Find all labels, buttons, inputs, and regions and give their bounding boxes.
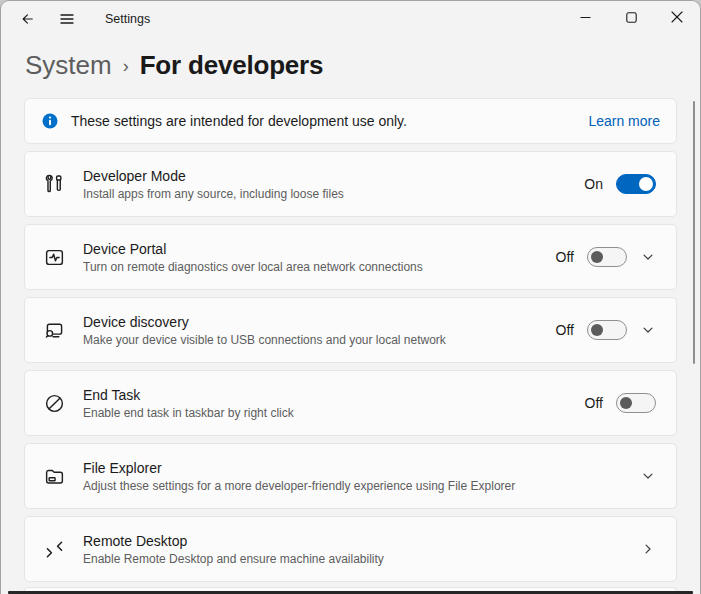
settings-window: Settings System › For developers: [0, 0, 701, 594]
back-arrow-icon: [20, 12, 34, 26]
settings-row[interactable]: Device Portal Turn on remote diagnostics…: [24, 224, 677, 290]
row-title: Device discovery: [83, 314, 446, 330]
toggle-state-label: On: [584, 176, 603, 192]
remote-desktop-icon: [42, 537, 66, 561]
row-subtitle: Enable end task in taskbar by right clic…: [83, 406, 294, 420]
window-title: Settings: [105, 12, 150, 26]
navigation-menu-button[interactable]: [49, 4, 85, 34]
row-title: Developer Mode: [83, 168, 344, 184]
page-title: For developers: [140, 50, 324, 81]
caption-controls: [562, 1, 700, 35]
titlebar: Settings: [1, 1, 700, 37]
minimize-icon: [580, 11, 591, 26]
settings-row[interactable]: Developer Mode Install apps from any sou…: [24, 151, 677, 217]
row-title: Remote Desktop: [83, 533, 384, 549]
row-subtitle: Adjust these settings for a more develop…: [83, 479, 515, 493]
row-title: File Explorer: [83, 460, 515, 476]
settings-rows: Developer Mode Install apps from any sou…: [24, 151, 677, 582]
toggle-switch[interactable]: [587, 320, 627, 340]
settings-row[interactable]: File Explorer Adjust these settings for …: [24, 443, 677, 509]
close-icon: [671, 11, 683, 26]
row-title: End Task: [83, 387, 294, 403]
maximize-button[interactable]: [608, 1, 654, 35]
close-button[interactable]: [654, 1, 700, 35]
file-explorer-icon: [42, 464, 66, 488]
toggle-state-label: Off: [556, 249, 574, 265]
chevron-down-icon[interactable]: [640, 468, 656, 484]
settings-row[interactable]: Remote Desktop Enable Remote Desktop and…: [24, 516, 677, 582]
breadcrumb-system-link[interactable]: System: [25, 50, 112, 81]
settings-content: These settings are intended for developm…: [1, 98, 700, 582]
end-task-icon: [42, 391, 66, 415]
row-title: Device Portal: [83, 241, 423, 257]
vertical-scrollbar[interactable]: [693, 101, 696, 364]
row-subtitle: Enable Remote Desktop and ensure machine…: [83, 552, 384, 566]
toggle-switch[interactable]: [616, 174, 656, 194]
row-subtitle: Turn on remote diagnostics over local ar…: [83, 260, 423, 274]
toggle-switch[interactable]: [616, 393, 656, 413]
device-discovery-icon: [42, 318, 66, 342]
breadcrumb-separator-icon: ›: [123, 56, 129, 77]
developer-tools-icon: [42, 172, 66, 196]
settings-row[interactable]: Device discovery Make your device visibl…: [24, 297, 677, 363]
chevron-right-icon[interactable]: [640, 541, 656, 557]
row-subtitle: Make your device visible to USB connecti…: [83, 333, 446, 347]
toggle-state-label: Off: [585, 395, 603, 411]
chevron-down-icon[interactable]: [640, 322, 656, 338]
info-banner: These settings are intended for developm…: [24, 98, 677, 144]
minimize-button[interactable]: [562, 1, 608, 35]
back-button[interactable]: [9, 4, 45, 34]
learn-more-link[interactable]: Learn more: [588, 113, 660, 129]
toggle-state-label: Off: [556, 322, 574, 338]
breadcrumb: System › For developers: [25, 50, 700, 81]
banner-message: These settings are intended for developm…: [71, 113, 407, 129]
settings-row[interactable]: End Task Enable end task in taskbar by r…: [24, 370, 677, 436]
chevron-down-icon[interactable]: [640, 249, 656, 265]
hamburger-icon: [60, 13, 74, 25]
row-subtitle: Install apps from any source, including …: [83, 187, 344, 201]
toggle-switch[interactable]: [587, 247, 627, 267]
info-icon: [42, 113, 58, 129]
maximize-icon: [626, 11, 637, 26]
device-portal-icon: [42, 245, 66, 269]
